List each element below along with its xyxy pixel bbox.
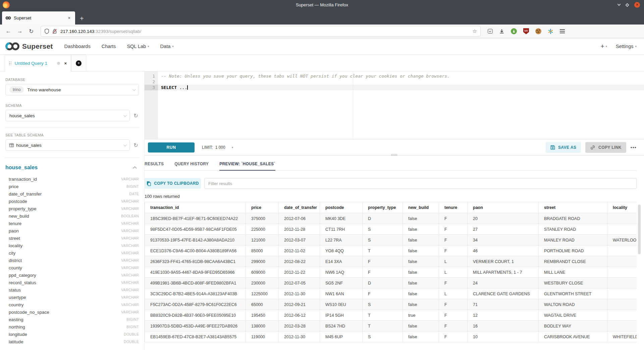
filter-results-input[interactable]	[204, 178, 637, 189]
schema-column-row[interactable]: postcode_no_spaceVARCHAR	[5, 308, 139, 316]
table-schema-label: SEE TABLE SCHEMA	[5, 133, 139, 137]
browser-tab[interactable]: Superset ×	[2, 11, 75, 25]
column-header[interactable]: street	[539, 202, 607, 213]
table-cell	[607, 278, 637, 289]
database-select[interactable]: trino Trino warehouse	[5, 84, 139, 95]
table-row: F5C273AC-0D2A-458F-8279-9C61F0C22EC66500…	[145, 299, 637, 310]
window-maximize-icon[interactable]	[625, 3, 629, 7]
refresh-schema-icon[interactable]: ↻	[133, 113, 139, 119]
tab-preview-house-sales[interactable]: PREVIEW: `HOUSE_SALES`	[219, 162, 275, 170]
column-header[interactable]: locality	[607, 202, 637, 213]
schema-column-row[interactable]: paonVARCHAR	[5, 227, 139, 234]
column-header[interactable]: transaction_id	[145, 202, 246, 213]
tab-query-history[interactable]: QUERY HISTORY	[174, 162, 209, 170]
shield-permissions-icon[interactable]	[44, 29, 49, 34]
refresh-icon[interactable]: ↻	[25, 28, 37, 35]
pane-resize-handle[interactable]	[391, 154, 398, 156]
schema-column-row[interactable]: new_buildBOOLEAN	[5, 212, 139, 220]
table-name-heading[interactable]: house_sales	[5, 165, 38, 171]
limit-dropdown[interactable]: LIMIT: 1 000 ▾	[202, 145, 233, 150]
nav-item-sql-lab[interactable]: SQL Lab▾	[127, 44, 149, 49]
schema-column-row[interactable]: cityVARCHAR	[5, 249, 139, 257]
copy-to-clipboard-button[interactable]: COPY TO CLIPBOARD	[145, 178, 201, 189]
schema-column-row[interactable]: priceBIGINT	[5, 183, 139, 190]
vertical-scrollbar[interactable]	[638, 205, 641, 254]
table-row: 98F5DC47-0D05-4D59-95B7-98CA6F1FDE052250…	[145, 224, 637, 235]
privacy-badger-icon[interactable]	[511, 28, 517, 34]
schema-column-row[interactable]: northingBIGINT	[5, 323, 139, 331]
menu-hamburger-icon[interactable]	[560, 29, 565, 33]
sql-editor[interactable]: 1 2 3 -- Note: Unless you save your quer…	[145, 72, 644, 139]
schema-column-row[interactable]: countryVARCHAR	[5, 301, 139, 308]
column-header[interactable]: postcode	[320, 202, 363, 213]
new-tab-button[interactable]: +	[80, 15, 84, 22]
schema-column-row[interactable]: statusVARCHAR	[5, 286, 139, 294]
table-cell: CLARENCE GATE GARDENS	[468, 289, 539, 299]
schema-column-row[interactable]: tenureVARCHAR	[5, 220, 139, 227]
cookie-extension-icon[interactable]	[535, 28, 541, 34]
new-item-button[interactable]: +▾	[600, 43, 607, 50]
schema-column-row[interactable]: districtVARCHAR	[5, 257, 139, 264]
nav-item-dashboards[interactable]: Dashboards	[64, 44, 90, 49]
limit-label: LIMIT:	[202, 145, 213, 150]
table-cell: 230000	[246, 278, 279, 289]
schema-column-row[interactable]: longitudeDOUBLE	[5, 331, 139, 338]
schema-column-row[interactable]: eastingBIGINT	[5, 316, 139, 323]
column-header[interactable]: date_of_transfer	[279, 202, 320, 213]
copy-link-button[interactable]: COPY LINK	[585, 142, 626, 153]
insecure-lock-icon[interactable]	[52, 29, 57, 34]
table-cell	[607, 299, 637, 310]
query-tabs-bar: Untitled Query 1 × +	[0, 55, 644, 72]
schema-column-row[interactable]: streetVARCHAR	[5, 234, 139, 242]
column-header[interactable]: tenure	[439, 202, 468, 213]
column-header[interactable]: property_type	[363, 202, 403, 213]
tab-results[interactable]: RESULTS	[145, 162, 164, 170]
schema-column-row[interactable]: countyVARCHAR	[5, 264, 139, 271]
column-header[interactable]: paon	[468, 202, 539, 213]
table-cell: F	[439, 310, 468, 321]
nav-item-charts[interactable]: Charts	[102, 44, 116, 49]
schema-column-row[interactable]: date_of_transferDATE	[5, 190, 139, 198]
url-bar[interactable]: 217.160.120.143:32393/superset/sqllab/ ☆	[41, 26, 480, 36]
save-as-button[interactable]: SAVE AS	[546, 142, 581, 153]
run-button[interactable]: RUN	[148, 142, 195, 152]
bookmark-star-icon[interactable]: ☆	[473, 28, 477, 34]
add-query-tab-button[interactable]: +	[71, 55, 86, 71]
column-name: tenure	[9, 221, 21, 226]
schema-column-row[interactable]: ppd_categoryVARCHAR	[5, 271, 139, 279]
schema-column-row[interactable]: postcodeVARCHAR	[5, 198, 139, 205]
back-icon[interactable]: ←	[3, 28, 14, 35]
column-name: district	[9, 258, 22, 263]
window-minimize-icon[interactable]	[618, 3, 621, 6]
tab-close-icon[interactable]: ×	[66, 15, 72, 20]
refresh-table-icon[interactable]: ↻	[133, 142, 139, 148]
forward-icon[interactable]: →	[14, 28, 25, 35]
table-cell: WS10 0EU	[320, 299, 363, 310]
schema-column-row[interactable]: property_typeVARCHAR	[5, 205, 139, 212]
schema-column-row[interactable]: latitudeDOUBLE	[5, 338, 139, 345]
drag-handle-icon[interactable]	[9, 61, 12, 65]
schema-select[interactable]: house_sales	[5, 110, 130, 121]
superset-brand[interactable]: Superset	[5, 41, 53, 51]
schema-column-row[interactable]: localityVARCHAR	[5, 242, 139, 249]
ublock-icon[interactable]: UO	[523, 28, 529, 34]
schema-column-row[interactable]: record_statusVARCHAR	[5, 279, 139, 286]
schema-column-row[interactable]: usertypeVARCHAR	[5, 294, 139, 301]
settings-menu[interactable]: Settings▾	[616, 44, 637, 49]
query-tab-active[interactable]: Untitled Query 1 ×	[5, 55, 71, 72]
table-cell: BODLEY WAY	[539, 321, 607, 332]
plus-icon: +	[600, 43, 604, 50]
table-schema-select[interactable]: house_sales	[5, 139, 130, 151]
downloads-icon[interactable]	[499, 29, 504, 34]
schema-column-row[interactable]: transaction_idVARCHAR	[5, 175, 139, 183]
column-header[interactable]: new_build	[403, 202, 439, 213]
table-grid-icon	[9, 143, 14, 147]
window-close-icon[interactable]: ×	[634, 2, 640, 8]
column-header[interactable]: price	[246, 202, 279, 213]
more-options-button[interactable]: •••	[631, 145, 637, 150]
query-tab-close-icon[interactable]: ×	[64, 61, 67, 66]
extension-asterisk-icon[interactable]	[548, 29, 553, 34]
pocket-icon[interactable]	[488, 29, 493, 34]
collapse-chevron-icon[interactable]	[133, 166, 137, 170]
nav-item-data[interactable]: Data▾	[160, 44, 174, 49]
